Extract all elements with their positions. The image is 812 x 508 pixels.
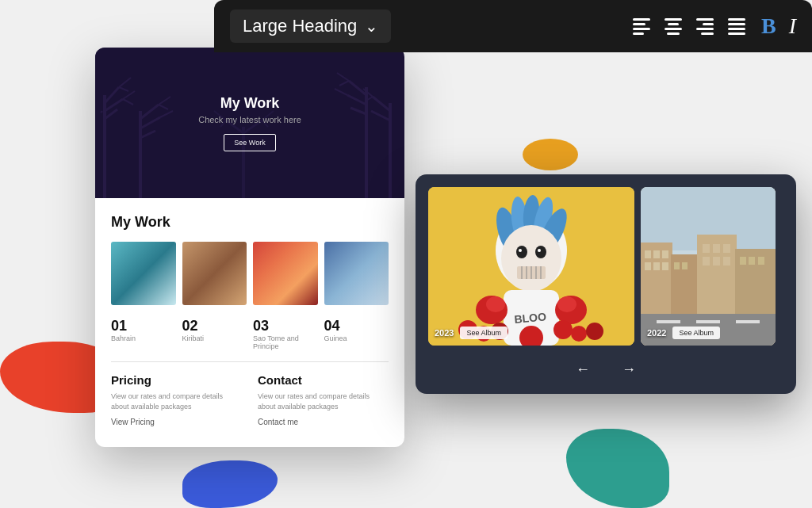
contact-desc: View our rates and compare details about… <box>258 392 389 411</box>
svg-point-65 <box>586 323 603 340</box>
svg-rect-79 <box>674 262 680 269</box>
gallery-label-4: Guinea <box>324 334 389 342</box>
align-center-icon[interactable] <box>665 18 682 35</box>
hero-section: My Work Check my latest work here See Wo… <box>95 48 404 198</box>
gallery-item-2 <box>182 242 247 305</box>
gallery-numbers: 01 Bahrain 02 Kiribati 03 Sao Tome and P… <box>111 318 389 350</box>
section-divider <box>111 361 389 362</box>
contact-section: Contact View our rates and compare detai… <box>258 373 389 426</box>
align-right-icon[interactable] <box>696 18 714 35</box>
svg-point-52 <box>519 249 522 252</box>
svg-rect-89 <box>758 257 764 265</box>
svg-rect-83 <box>723 244 730 253</box>
gallery-num-3: 03 <box>253 318 269 334</box>
album-card: BLOO 2023 See Albu <box>416 174 796 394</box>
bold-button[interactable]: B <box>761 13 776 39</box>
svg-rect-93 <box>736 320 760 323</box>
svg-rect-74 <box>653 250 660 258</box>
contact-title: Contact <box>258 373 389 387</box>
hero-title: My Work <box>198 95 301 112</box>
svg-point-43 <box>501 225 561 292</box>
gallery-label-3: Sao Tome and Principe <box>253 334 318 350</box>
svg-point-50 <box>516 246 527 258</box>
svg-rect-92 <box>696 320 720 323</box>
pricing-title: Pricing <box>111 373 242 387</box>
album-prev-button[interactable]: ← <box>568 358 598 381</box>
decorative-green-shape <box>566 429 669 508</box>
hero-cta-button[interactable]: See Work <box>224 134 275 151</box>
svg-rect-10 <box>139 111 142 198</box>
album-next-button[interactable]: → <box>614 358 644 381</box>
view-pricing-link[interactable]: View Pricing <box>111 418 242 426</box>
gallery-label-2: Kiribati <box>182 334 247 342</box>
album-year-main: 2023 <box>435 328 454 338</box>
svg-rect-87 <box>740 257 746 265</box>
album-overlay-main: 2023 See Album <box>435 327 508 339</box>
gallery-item-1 <box>111 242 176 305</box>
svg-rect-78 <box>662 262 668 270</box>
align-justify-icon[interactable] <box>728 18 745 35</box>
svg-rect-73 <box>645 250 651 258</box>
album-navigation: ← → <box>416 355 796 381</box>
gallery-num-4: 04 <box>324 318 340 334</box>
site-bottom-sections: Pricing View our rates and compare detai… <box>111 373 389 439</box>
see-album-button-side[interactable]: See Album <box>672 327 720 339</box>
svg-rect-75 <box>662 250 668 258</box>
svg-rect-84 <box>703 257 710 265</box>
svg-rect-86 <box>723 257 730 265</box>
gallery-number-item-3: 03 Sao Tome and Principe <box>253 318 318 350</box>
gallery-num-2: 02 <box>182 318 198 334</box>
graffiti-artwork: BLOO <box>428 187 634 346</box>
album-slide-side: 2022 See Album <box>641 187 776 346</box>
gallery-item-3 <box>253 242 318 305</box>
album-year-side: 2022 <box>647 328 666 338</box>
svg-point-53 <box>538 249 541 252</box>
gallery-number-item-2: 02 Kiribati <box>182 318 247 350</box>
hero-subtitle: Check my latest work here <box>198 115 301 124</box>
svg-point-64 <box>571 326 587 342</box>
gallery-label-1: Bahrain <box>111 334 176 342</box>
site-content-section: My Work 01 Bahrain 02 Kiribati 03 Sao To… <box>95 198 404 447</box>
decorative-yellow-shape <box>523 139 578 170</box>
gallery-grid <box>111 242 389 305</box>
svg-rect-76 <box>645 262 651 270</box>
italic-button[interactable]: I <box>789 13 796 39</box>
align-left-icon[interactable] <box>633 18 650 35</box>
see-album-button-main[interactable]: See Album <box>460 327 508 339</box>
svg-rect-80 <box>682 262 688 269</box>
format-controls: B I <box>761 13 796 39</box>
alignment-controls <box>633 18 745 35</box>
svg-rect-81 <box>703 244 710 253</box>
site-section-title: My Work <box>111 214 389 231</box>
heading-dropdown-label: Large Heading <box>243 16 357 36</box>
heading-dropdown[interactable]: Large Heading ⌄ <box>230 10 391 43</box>
gallery-num-1: 01 <box>111 318 127 334</box>
album-slide-main: BLOO 2023 See Albu <box>428 187 634 346</box>
pricing-desc: View our rates and compare details about… <box>111 392 242 411</box>
gallery-number-item-4: 04 Guinea <box>324 318 389 350</box>
album-overlay-side: 2022 See Album <box>647 327 720 339</box>
decorative-blue-shape <box>182 460 278 508</box>
website-preview-card: My Work Check my latest work here See Wo… <box>95 48 404 447</box>
svg-rect-85 <box>713 257 720 265</box>
svg-point-63 <box>553 320 573 339</box>
album-slider: BLOO 2023 See Albu <box>416 174 796 355</box>
svg-point-57 <box>486 296 505 312</box>
editor-toolbar: Large Heading ⌄ B I <box>214 0 812 52</box>
gallery-item-4 <box>324 242 389 305</box>
contact-link[interactable]: Contact me <box>258 418 389 426</box>
svg-point-59 <box>557 296 576 312</box>
svg-rect-88 <box>749 257 755 265</box>
chevron-down-icon: ⌄ <box>365 17 378 36</box>
gallery-number-item-1: 01 Bahrain <box>111 318 176 350</box>
svg-point-51 <box>535 246 546 258</box>
svg-rect-91 <box>657 320 680 323</box>
svg-rect-24 <box>389 103 392 198</box>
svg-rect-82 <box>713 244 720 253</box>
svg-rect-77 <box>653 262 660 270</box>
hero-content: My Work Check my latest work here See Wo… <box>198 95 301 151</box>
pricing-section: Pricing View our rates and compare detai… <box>111 373 242 426</box>
